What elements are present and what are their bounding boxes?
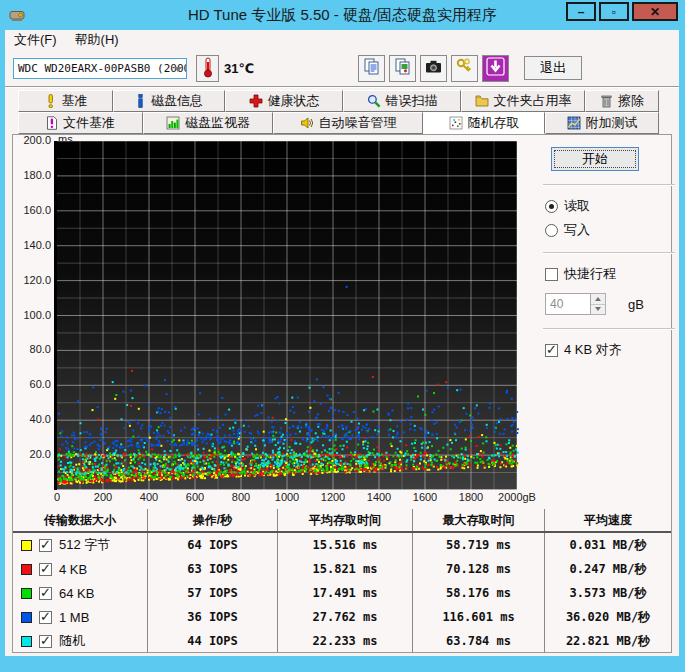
- tab-label: 健康状态: [268, 92, 320, 110]
- avg-speed-value: 22.821 MB/秒: [544, 629, 671, 653]
- copy-image-icon: [393, 57, 412, 79]
- close-button[interactable]: ✕: [632, 2, 678, 21]
- write-radio-label: 写入: [564, 221, 590, 239]
- avg-speed-value: 0.247 MB/秒: [544, 557, 671, 581]
- menu-help[interactable]: 帮助(H): [66, 31, 128, 49]
- tabstrip: 基准磁盘信息健康状态错误扫描文件夹占用率擦除 文件基准磁盘监视器自动噪音管理随机…: [5, 87, 679, 134]
- client-area: 文件(F) 帮助(H) WDC WD20EARX-00PASB0 (2000 g…: [5, 30, 679, 656]
- y-axis-tick-label: 100.0: [13, 309, 51, 321]
- random-access-panel: ms 20.040.060.080.0100.0120.0140.0160.01…: [12, 134, 672, 653]
- keys-button[interactable]: [451, 55, 478, 82]
- tab-random-access[interactable]: 随机存取: [423, 112, 545, 134]
- series-visibility-checkbox[interactable]: [39, 587, 52, 600]
- tab-erase[interactable]: 擦除: [585, 90, 659, 112]
- save-results-button[interactable]: [482, 55, 509, 82]
- tab-aam[interactable]: 自动噪音管理: [273, 112, 423, 134]
- table-row: 1 MB36 IOPS27.762 ms116.601 ms36.020 MB/…: [13, 605, 671, 629]
- tab-disk-monitor[interactable]: 磁盘监视器: [143, 112, 273, 134]
- y-axis-tick-label: 200.0: [13, 134, 51, 146]
- temperature-button[interactable]: [196, 55, 219, 82]
- series-color-swatch: [21, 612, 32, 623]
- max-access-time-value: 116.601 ms: [412, 605, 544, 629]
- series-visibility-checkbox[interactable]: [39, 635, 52, 648]
- y-axis-tick-label: 20.0: [13, 448, 51, 460]
- erase-icon: [600, 94, 613, 108]
- tab-label: 随机存取: [468, 114, 520, 132]
- hdtune-window: HD Tune 专业版 5.50 - 硬盘/固态硬盘实用程序 – ▫ ✕ 文件(…: [0, 0, 685, 672]
- error-scan-icon: [367, 94, 381, 108]
- random-access-icon: [449, 116, 463, 130]
- read-radio[interactable]: [545, 200, 558, 213]
- tabrow-2: 文件基准磁盘监视器自动噪音管理随机存取附加测试: [18, 112, 679, 134]
- disk-monitor-icon: [166, 116, 180, 130]
- series-visibility-checkbox[interactable]: [39, 539, 52, 552]
- max-access-time-value: 63.784 ms: [412, 629, 544, 653]
- short-stroke-size-input[interactable]: 40: [545, 293, 591, 315]
- x-axis-tick-label: 1000: [275, 491, 299, 503]
- table-header-cell: 传输数据大小: [13, 512, 147, 529]
- copy-image-button[interactable]: [389, 55, 416, 82]
- short-stroke-checkbox[interactable]: [545, 268, 558, 281]
- tab-benchmark[interactable]: 基准: [18, 90, 113, 112]
- download-icon: [486, 57, 505, 79]
- tab-extra-tests[interactable]: 附加测试: [545, 112, 659, 134]
- y-axis-tick-label: 40.0: [13, 413, 51, 425]
- series-visibility-checkbox[interactable]: [39, 563, 52, 576]
- max-access-time-value: 70.128 ms: [412, 557, 544, 581]
- table-row: 512 字节64 IOPS15.516 ms58.719 ms0.031 MB/…: [13, 533, 671, 557]
- keys-icon: [455, 57, 474, 79]
- align-4kb-checkbox[interactable]: [545, 344, 558, 357]
- folder-usage-icon: [475, 94, 489, 108]
- drive-select-value: WDC WD20EARX-00PASB0 (2000 gB): [18, 62, 187, 75]
- arrow-up-icon: [595, 297, 601, 301]
- arrow-down-icon: [595, 307, 601, 311]
- separator: [543, 252, 675, 254]
- write-radio[interactable]: [545, 224, 558, 237]
- y-axis-tick-label: 140.0: [13, 239, 51, 251]
- copy-text-icon: [362, 57, 381, 79]
- drive-select[interactable]: WDC WD20EARX-00PASB0 (2000 gB): [13, 58, 187, 79]
- avg-speed-value: 0.031 MB/秒: [544, 533, 671, 557]
- align-4kb-label: 4 KB 对齐: [564, 341, 622, 359]
- x-axis-tick-label: 200: [94, 491, 112, 503]
- toolbar: WDC WD20EARX-00PASB0 (2000 gB) 31℃ 退出: [5, 50, 679, 87]
- exit-button[interactable]: 退出: [524, 56, 582, 80]
- tab-label: 文件基准: [63, 114, 115, 132]
- series-visibility-checkbox[interactable]: [39, 611, 52, 624]
- copy-text-button[interactable]: [358, 55, 385, 82]
- tab-disk-info[interactable]: 磁盘信息: [113, 90, 225, 112]
- avg-access-time-value: 15.821 ms: [277, 557, 412, 581]
- scatter-plot: [54, 141, 517, 490]
- tab-folder-usage[interactable]: 文件夹占用率: [461, 90, 585, 112]
- table-header-cell: 平均速度: [544, 509, 671, 531]
- max-access-time-value: 58.176 ms: [412, 581, 544, 605]
- x-axis-tick-label: 2000gB: [498, 491, 536, 503]
- camera-icon: [424, 57, 443, 79]
- x-axis-tick-label: 0: [54, 491, 60, 503]
- short-stroke-unit: gB: [628, 297, 644, 312]
- minimize-button[interactable]: –: [566, 2, 596, 21]
- spinner-down-button[interactable]: [591, 305, 605, 315]
- series-label: 512 字节: [59, 536, 110, 554]
- start-button[interactable]: 开始: [551, 147, 639, 171]
- screenshot-button[interactable]: [420, 55, 447, 82]
- aam-icon: [300, 116, 314, 130]
- max-access-time-value: 58.719 ms: [412, 533, 544, 557]
- extra-tests-icon: [567, 116, 581, 130]
- tab-error-scan[interactable]: 错误扫描: [343, 90, 461, 112]
- tab-health[interactable]: 健康状态: [225, 90, 343, 112]
- y-axis-tick-label: 180.0: [13, 169, 51, 181]
- spinner-up-button[interactable]: [591, 294, 605, 305]
- table-header-cell: 操作/秒: [147, 509, 277, 531]
- x-axis-tick-label: 1800: [459, 491, 483, 503]
- x-axis-tick-label: 1200: [321, 491, 345, 503]
- tab-label: 基准: [62, 92, 88, 110]
- separator: [543, 184, 675, 186]
- disk-info-icon: [135, 94, 146, 108]
- tab-file-benchmark[interactable]: 文件基准: [18, 112, 143, 134]
- menu-file[interactable]: 文件(F): [5, 31, 66, 49]
- maximize-button[interactable]: ▫: [599, 2, 629, 21]
- iops-value: 63 IOPS: [147, 557, 277, 581]
- avg-speed-value: 36.020 MB/秒: [544, 605, 671, 629]
- series-color-swatch: [21, 588, 32, 599]
